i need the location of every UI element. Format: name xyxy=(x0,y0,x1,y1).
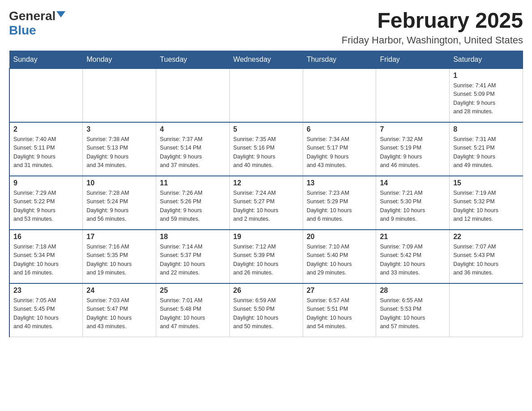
calendar-table: SundayMondayTuesdayWednesdayThursdayFrid… xyxy=(9,51,523,338)
day-number: 28 xyxy=(380,287,446,295)
calendar-cell: 24Sunrise: 7:03 AMSunset: 5:47 PMDayligh… xyxy=(83,283,156,337)
day-info: Sunrise: 7:12 AMSunset: 5:39 PMDaylight:… xyxy=(233,243,299,278)
calendar-cell: 18Sunrise: 7:14 AMSunset: 5:37 PMDayligh… xyxy=(156,230,230,283)
day-number: 7 xyxy=(380,125,446,133)
day-number: 19 xyxy=(233,233,299,241)
day-info: Sunrise: 7:23 AMSunset: 5:29 PMDaylight:… xyxy=(307,189,373,224)
day-number: 3 xyxy=(86,125,152,133)
calendar-week-row: 9Sunrise: 7:29 AMSunset: 5:22 PMDaylight… xyxy=(9,176,523,230)
day-number: 6 xyxy=(307,125,373,133)
calendar-cell: 22Sunrise: 7:07 AMSunset: 5:43 PMDayligh… xyxy=(450,230,523,283)
calendar-cell xyxy=(9,68,83,122)
calendar-cell: 7Sunrise: 7:32 AMSunset: 5:19 PMDaylight… xyxy=(376,122,450,176)
weekday-header-saturday: Saturday xyxy=(450,51,523,68)
month-title: February 2025 xyxy=(342,9,523,33)
day-info: Sunrise: 7:14 AMSunset: 5:37 PMDaylight:… xyxy=(160,243,226,278)
calendar-week-row: 1Sunrise: 7:41 AMSunset: 5:09 PMDaylight… xyxy=(9,68,523,122)
calendar-cell xyxy=(376,68,450,122)
day-number: 1 xyxy=(453,72,519,80)
day-info: Sunrise: 6:59 AMSunset: 5:50 PMDaylight:… xyxy=(233,296,299,331)
day-info: Sunrise: 7:31 AMSunset: 5:21 PMDaylight:… xyxy=(453,135,519,170)
day-number: 27 xyxy=(307,287,373,295)
calendar-cell: 3Sunrise: 7:38 AMSunset: 5:13 PMDaylight… xyxy=(83,122,156,176)
day-info: Sunrise: 7:34 AMSunset: 5:17 PMDaylight:… xyxy=(307,135,373,170)
day-number: 4 xyxy=(160,125,226,133)
day-info: Sunrise: 7:38 AMSunset: 5:13 PMDaylight:… xyxy=(86,135,152,170)
calendar-cell: 9Sunrise: 7:29 AMSunset: 5:22 PMDaylight… xyxy=(9,176,83,230)
calendar-cell: 6Sunrise: 7:34 AMSunset: 5:17 PMDaylight… xyxy=(303,122,376,176)
calendar-week-row: 23Sunrise: 7:05 AMSunset: 5:45 PMDayligh… xyxy=(9,283,523,337)
day-info: Sunrise: 7:01 AMSunset: 5:48 PMDaylight:… xyxy=(160,296,226,331)
day-number: 13 xyxy=(307,179,373,187)
weekday-header-tuesday: Tuesday xyxy=(156,51,230,68)
calendar-cell: 2Sunrise: 7:40 AMSunset: 5:11 PMDaylight… xyxy=(9,122,83,176)
day-info: Sunrise: 6:55 AMSunset: 5:53 PMDaylight:… xyxy=(380,296,446,331)
day-number: 20 xyxy=(307,233,373,241)
location-title: Friday Harbor, Washington, United States xyxy=(342,34,523,46)
day-info: Sunrise: 7:28 AMSunset: 5:24 PMDaylight:… xyxy=(86,189,152,224)
weekday-header-wednesday: Wednesday xyxy=(229,51,303,68)
logo-general-text: General xyxy=(9,9,56,23)
day-info: Sunrise: 7:35 AMSunset: 5:16 PMDaylight:… xyxy=(233,135,299,170)
calendar-cell xyxy=(156,68,230,122)
day-info: Sunrise: 7:21 AMSunset: 5:30 PMDaylight:… xyxy=(380,189,446,224)
day-number: 25 xyxy=(160,287,226,295)
day-info: Sunrise: 7:03 AMSunset: 5:47 PMDaylight:… xyxy=(86,296,152,331)
day-number: 12 xyxy=(233,179,299,187)
title-section: February 2025 Friday Harbor, Washington,… xyxy=(342,9,523,46)
day-info: Sunrise: 7:41 AMSunset: 5:09 PMDaylight:… xyxy=(453,81,519,116)
calendar-cell: 19Sunrise: 7:12 AMSunset: 5:39 PMDayligh… xyxy=(229,230,303,283)
day-number: 2 xyxy=(13,125,79,133)
day-number: 24 xyxy=(86,287,152,295)
day-number: 11 xyxy=(160,179,226,187)
day-info: Sunrise: 7:16 AMSunset: 5:35 PMDaylight:… xyxy=(86,243,152,278)
day-number: 8 xyxy=(453,125,519,133)
calendar-cell: 27Sunrise: 6:57 AMSunset: 5:51 PMDayligh… xyxy=(303,283,376,337)
calendar-cell: 4Sunrise: 7:37 AMSunset: 5:14 PMDaylight… xyxy=(156,122,230,176)
calendar-week-row: 16Sunrise: 7:18 AMSunset: 5:34 PMDayligh… xyxy=(9,230,523,283)
day-info: Sunrise: 7:24 AMSunset: 5:27 PMDaylight:… xyxy=(233,189,299,224)
day-info: Sunrise: 7:18 AMSunset: 5:34 PMDaylight:… xyxy=(13,243,79,278)
day-number: 16 xyxy=(13,233,79,241)
logo-blue-text: Blue xyxy=(9,23,36,38)
calendar-cell xyxy=(450,283,523,337)
day-info: Sunrise: 7:10 AMSunset: 5:40 PMDaylight:… xyxy=(307,243,373,278)
calendar-cell: 20Sunrise: 7:10 AMSunset: 5:40 PMDayligh… xyxy=(303,230,376,283)
day-number: 23 xyxy=(13,287,79,295)
page-header: General Blue February 2025 Friday Harbor… xyxy=(9,9,523,46)
day-number: 26 xyxy=(233,287,299,295)
day-info: Sunrise: 7:09 AMSunset: 5:42 PMDaylight:… xyxy=(380,243,446,278)
day-number: 14 xyxy=(380,179,446,187)
calendar-cell: 5Sunrise: 7:35 AMSunset: 5:16 PMDaylight… xyxy=(229,122,303,176)
calendar-cell: 10Sunrise: 7:28 AMSunset: 5:24 PMDayligh… xyxy=(83,176,156,230)
logo-arrow-icon xyxy=(56,11,65,17)
calendar-cell: 8Sunrise: 7:31 AMSunset: 5:21 PMDaylight… xyxy=(450,122,523,176)
day-number: 17 xyxy=(86,233,152,241)
day-info: Sunrise: 7:05 AMSunset: 5:45 PMDaylight:… xyxy=(13,296,79,331)
calendar-cell: 28Sunrise: 6:55 AMSunset: 5:53 PMDayligh… xyxy=(376,283,450,337)
day-number: 18 xyxy=(160,233,226,241)
day-info: Sunrise: 7:19 AMSunset: 5:32 PMDaylight:… xyxy=(453,189,519,224)
day-number: 22 xyxy=(453,233,519,241)
calendar-cell xyxy=(303,68,376,122)
calendar-cell xyxy=(83,68,156,122)
day-info: Sunrise: 7:32 AMSunset: 5:19 PMDaylight:… xyxy=(380,135,446,170)
day-number: 21 xyxy=(380,233,446,241)
calendar-cell: 13Sunrise: 7:23 AMSunset: 5:29 PMDayligh… xyxy=(303,176,376,230)
day-number: 15 xyxy=(453,179,519,187)
calendar-cell: 21Sunrise: 7:09 AMSunset: 5:42 PMDayligh… xyxy=(376,230,450,283)
day-info: Sunrise: 7:40 AMSunset: 5:11 PMDaylight:… xyxy=(13,135,79,170)
day-info: Sunrise: 6:57 AMSunset: 5:51 PMDaylight:… xyxy=(307,296,373,331)
day-number: 5 xyxy=(233,125,299,133)
calendar-cell: 16Sunrise: 7:18 AMSunset: 5:34 PMDayligh… xyxy=(9,230,83,283)
calendar-cell: 26Sunrise: 6:59 AMSunset: 5:50 PMDayligh… xyxy=(229,283,303,337)
calendar-cell xyxy=(229,68,303,122)
logo: General Blue xyxy=(9,9,65,38)
calendar-cell: 14Sunrise: 7:21 AMSunset: 5:30 PMDayligh… xyxy=(376,176,450,230)
day-info: Sunrise: 7:29 AMSunset: 5:22 PMDaylight:… xyxy=(13,189,79,224)
calendar-cell: 23Sunrise: 7:05 AMSunset: 5:45 PMDayligh… xyxy=(9,283,83,337)
day-info: Sunrise: 7:07 AMSunset: 5:43 PMDaylight:… xyxy=(453,243,519,278)
weekday-header-thursday: Thursday xyxy=(303,51,376,68)
calendar-cell: 11Sunrise: 7:26 AMSunset: 5:26 PMDayligh… xyxy=(156,176,230,230)
day-info: Sunrise: 7:37 AMSunset: 5:14 PMDaylight:… xyxy=(160,135,226,170)
